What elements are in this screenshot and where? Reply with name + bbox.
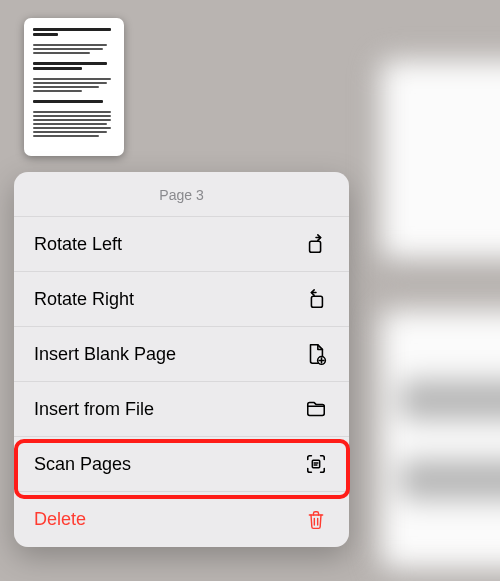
rotate-right-icon bbox=[303, 288, 329, 310]
menu-item-label: Rotate Left bbox=[34, 234, 122, 255]
menu-item-scan-pages[interactable]: Scan Pages bbox=[14, 437, 349, 492]
scan-icon bbox=[303, 453, 329, 475]
trash-icon bbox=[303, 509, 329, 531]
page-context-menu: Page 3 Rotate Left Rotate Right Insert B… bbox=[14, 172, 349, 547]
folder-icon bbox=[303, 399, 329, 419]
menu-item-label: Insert Blank Page bbox=[34, 344, 176, 365]
blank-page-icon bbox=[303, 342, 329, 366]
svg-rect-0 bbox=[310, 241, 321, 252]
svg-rect-1 bbox=[311, 296, 322, 307]
menu-item-label: Insert from File bbox=[34, 399, 154, 420]
menu-item-label: Scan Pages bbox=[34, 454, 131, 475]
menu-item-rotate-left[interactable]: Rotate Left bbox=[14, 217, 349, 272]
menu-item-insert-blank-page[interactable]: Insert Blank Page bbox=[14, 327, 349, 382]
menu-item-insert-from-file[interactable]: Insert from File bbox=[14, 382, 349, 437]
menu-item-label: Delete bbox=[34, 509, 86, 530]
page-thumbnail[interactable] bbox=[24, 18, 124, 156]
menu-item-delete[interactable]: Delete bbox=[14, 492, 349, 547]
svg-rect-3 bbox=[312, 460, 319, 467]
menu-item-label: Rotate Right bbox=[34, 289, 134, 310]
menu-item-rotate-right[interactable]: Rotate Right bbox=[14, 272, 349, 327]
menu-header: Page 3 bbox=[14, 172, 349, 217]
rotate-left-icon bbox=[303, 233, 329, 255]
